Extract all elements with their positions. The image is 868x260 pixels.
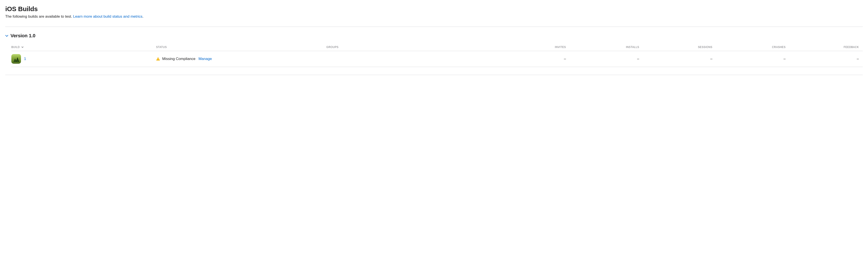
cell-build: 1 [11,51,156,67]
status-text: Missing Compliance [162,57,195,61]
column-build[interactable]: BUILD [11,43,156,51]
cell-feedback: – [789,51,863,67]
cell-groups [327,51,497,67]
manage-link[interactable]: Manage [198,57,212,61]
svg-point-5 [158,60,158,60]
build-number-link[interactable]: 1 [24,57,26,61]
cell-sessions: – [643,51,716,67]
cell-invites: – [497,51,570,67]
version-header[interactable]: Version 1.0 [5,33,863,39]
column-crashes: CRASHES [716,43,789,51]
column-invites: INVITES [497,43,570,51]
builds-table: BUILD STATUS GROUPS INVITES INSTALLS SES… [11,43,863,67]
description-suffix: . [142,14,144,19]
svg-rect-4 [158,58,158,59]
page-title: iOS Builds [5,5,863,13]
bottom-divider [5,75,863,75]
description-prefix: The following builds are available to te… [5,14,73,19]
column-sessions: SESSIONS [643,43,716,51]
column-installs: INSTALLS [570,43,643,51]
page-description: The following builds are available to te… [5,14,863,19]
column-feedback: FEEDBACK [789,43,863,51]
version-title: Version 1.0 [10,33,35,39]
learn-more-link[interactable]: Learn more about build status and metric… [73,14,143,19]
cell-crashes: – [716,51,789,67]
column-groups: GROUPS [327,43,497,51]
column-build-label: BUILD [11,45,20,48]
app-icon [11,54,21,64]
section-divider [5,27,863,27]
cell-status: Missing Compliance Manage [156,51,327,67]
warning-icon [156,57,160,61]
table-header-row: BUILD STATUS GROUPS INVITES INSTALLS SES… [11,43,863,51]
chevron-down-icon [5,34,8,37]
chevron-down-icon [21,46,24,48]
column-status: STATUS [156,43,327,51]
table-row: 1 Missing Compliance Manage [11,51,863,67]
cell-installs: – [570,51,643,67]
